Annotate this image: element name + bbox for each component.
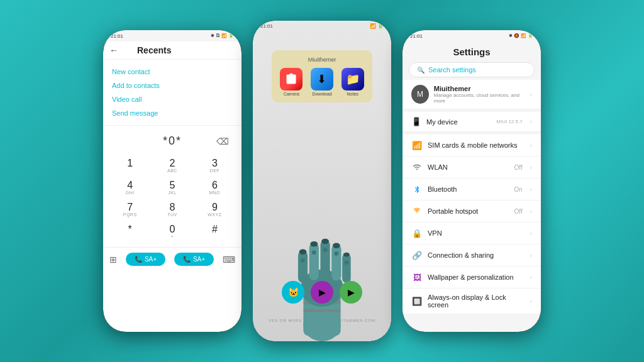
dial-key-hash[interactable]: # [194,221,235,242]
back-button[interactable]: ← [109,45,118,55]
svg-point-10 [301,258,305,263]
files-label: Notes [347,92,358,96]
files-icon: 📁 [341,68,364,90]
dialer-bottom: ⊞ 📞 SA+ 📞 SA+ ⌨ [103,247,242,268]
dial-key-2[interactable]: 2 ABC [152,155,192,176]
settings-item-display[interactable]: 🔲 Always-on display & Lock screen › [402,288,541,314]
call-button-2[interactable]: 📞 SA+ [174,253,214,266]
phone-left-screen: 21:01 ✱ 🖺 📶 🔋 ← Recents New contact Add … [103,30,242,332]
phone-middle: 21:01 📶 🔋 Miuithemer Camera ⬇ Download [253,21,391,341]
settings-list: 📶 SIM cards & mobile networks › WLAN Off… [402,134,541,314]
call-button-1[interactable]: 📞 SA+ [126,253,165,266]
camera-label: Camera [284,92,299,96]
settings-profile[interactable]: M Miuithemer Manage accounts, cloud serv… [402,80,541,109]
wlan-chevron-icon: › [530,164,532,171]
wallpaper-chevron-icon: › [530,274,532,281]
status-icons-right: ✱ 🔕 📶 🔋 [509,33,533,38]
status-icons-left: ✱ 🖺 📶 🔋 [211,33,234,38]
svg-point-18 [333,243,340,248]
backspace-button[interactable]: ⌫ [216,136,229,146]
action-send-message[interactable]: Send message [112,106,233,120]
svg-point-13 [334,251,338,256]
call-btn-2-label: SA+ [193,256,205,263]
device-name: My device [426,118,458,126]
settings-item-connection[interactable]: 🔗 Connection & sharing › [402,244,541,266]
status-bar-left: 21:01 ✱ 🖺 📶 🔋 [103,30,242,41]
action-add-contact[interactable]: Add to contacts [112,79,233,92]
status-bar-right: 21:01 ✱ 🔕 📶 🔋 [402,30,541,41]
grid-icon[interactable]: ⊞ [109,255,117,265]
settings-device[interactable]: 📱 My device MIUI 12.5.7 › [402,112,541,132]
profile-avatar: M [411,85,429,104]
dialer-display: *0* ⌫ [109,131,235,151]
svg-point-14 [345,260,349,265]
dial-key-0[interactable]: 0 + [152,221,192,242]
settings-item-hotspot[interactable]: Portable hotspot Off › [402,200,541,222]
app-icons-row: Camera ⬇ Download 📁 Notes [278,68,366,96]
dial-key-1[interactable]: 1 [109,155,150,176]
display-icon: 🔲 [411,295,423,307]
dialpad: 1 2 ABC 3 DEF 4 GHI 5 JKL [109,155,235,242]
display-chevron-icon: › [530,298,532,305]
bottom-app-media[interactable]: ▶ [311,281,333,304]
svg-point-15 [299,250,307,255]
svg-rect-6 [309,243,319,280]
dial-key-9[interactable]: 9 WXYZ [194,199,235,220]
dial-key-6[interactable]: 6 MNO [194,177,235,198]
svg-point-12 [323,248,328,252]
app-icon-camera[interactable]: Camera [280,68,303,96]
search-placeholder[interactable]: Search settings [428,66,476,74]
app-card: Miuithemer Camera ⬇ Download 📁 Not [272,50,372,102]
device-chevron-icon: › [530,118,532,125]
download-icon: ⬇ [311,68,333,90]
svg-point-17 [321,239,329,244]
settings-item-bluetooth[interactable]: Bluetooth On › [402,178,541,200]
svg-rect-9 [342,253,351,283]
app-icon-download[interactable]: ⬇ Download [311,68,333,96]
hotspot-chevron-icon: › [530,208,532,215]
wallpaper-icon: 🖼 [411,272,423,283]
action-new-contact[interactable]: New contact [112,65,233,79]
dial-key-4[interactable]: 4 GHI [109,177,150,198]
app-icon-files[interactable]: 📁 Notes [341,68,364,96]
time-right: 21:01 [410,33,423,39]
dial-key-star[interactable]: * [109,221,150,242]
bottom-app-miui[interactable]: 🐱 [282,281,304,304]
device-icon: 📱 [411,117,421,126]
svg-point-19 [343,253,350,257]
hotspot-icon [411,206,423,217]
camera-icon [280,68,303,90]
dialpad-icon[interactable]: ⌨ [223,255,235,265]
action-video-call[interactable]: Video call [112,92,233,106]
recents-header: ← Recents [103,41,242,60]
hotspot-label: Portable hotspot [428,207,509,215]
dial-key-8[interactable]: 8 TUV [152,199,192,220]
profile-info: Miuithemer Manage accounts, cloud servic… [434,85,525,104]
phone-right: 21:01 ✱ 🔕 📶 🔋 Settings 🔍 Search settings… [402,30,541,332]
settings-search-bar[interactable]: 🔍 Search settings [409,62,535,77]
wlan-label: WLAN [428,163,509,171]
zombie-hand-illustration [265,203,379,341]
search-icon: 🔍 [417,67,425,74]
recents-actions: New contact Add to contacts Video call S… [103,60,242,126]
settings-item-wlan[interactable]: WLAN Off › [402,156,541,178]
bottom-app-playstore[interactable]: ▶ [340,281,362,304]
settings-item-vpn[interactable]: 🔒 VPN › [402,222,541,244]
dial-key-3[interactable]: 3 DEF [194,155,235,176]
sim-chevron-icon: › [530,142,532,149]
download-label: Download [312,92,331,96]
middle-home: 21:01 📶 🔋 Miuithemer Camera ⬇ Download [253,21,391,341]
wallpaper-label: Wallpaper & personalization [428,273,525,281]
status-bar-middle: 21:01 📶 🔋 [253,21,391,31]
phone-right-screen: 21:01 ✱ 🔕 📶 🔋 Settings 🔍 Search settings… [402,30,541,332]
settings-item-wallpaper[interactable]: 🖼 Wallpaper & personalization › [402,266,541,288]
phone-icon-2: 📞 [183,256,191,263]
dialer-input[interactable]: *0* [163,134,182,148]
wifi-icon [411,162,423,173]
svg-point-16 [310,241,318,246]
phone-icon-1: 📞 [135,256,142,263]
dial-key-7[interactable]: 7 PQRS [109,199,150,220]
settings-item-sim[interactable]: 📶 SIM cards & mobile networks › [402,134,541,156]
svg-rect-8 [331,244,341,281]
dial-key-5[interactable]: 5 JKL [152,177,192,198]
